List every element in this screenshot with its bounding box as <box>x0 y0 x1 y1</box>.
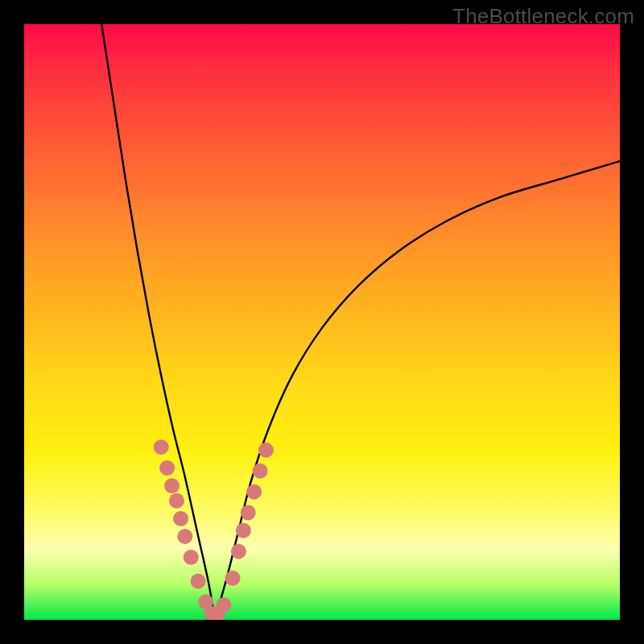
data-point <box>236 523 251 539</box>
watermark-text: TheBottleneck.com <box>452 4 634 29</box>
curve-left-arm <box>101 24 215 620</box>
data-point <box>159 460 175 476</box>
data-point <box>173 511 188 526</box>
data-point <box>231 543 246 559</box>
data-point <box>164 478 180 493</box>
data-point <box>258 443 274 458</box>
chart-svg <box>24 24 620 620</box>
plot-area <box>24 24 620 620</box>
data-point <box>191 573 206 588</box>
data-point <box>177 529 192 544</box>
data-point <box>154 440 169 455</box>
data-point <box>246 484 262 499</box>
scatter-points <box>154 440 274 620</box>
data-point <box>225 571 241 586</box>
data-point <box>216 597 231 613</box>
data-point <box>253 464 268 479</box>
curve-right-arm <box>215 161 620 620</box>
data-point <box>241 505 256 520</box>
chart-frame: TheBottleneck.com <box>0 0 644 644</box>
data-point <box>169 493 184 509</box>
data-point <box>184 550 199 565</box>
